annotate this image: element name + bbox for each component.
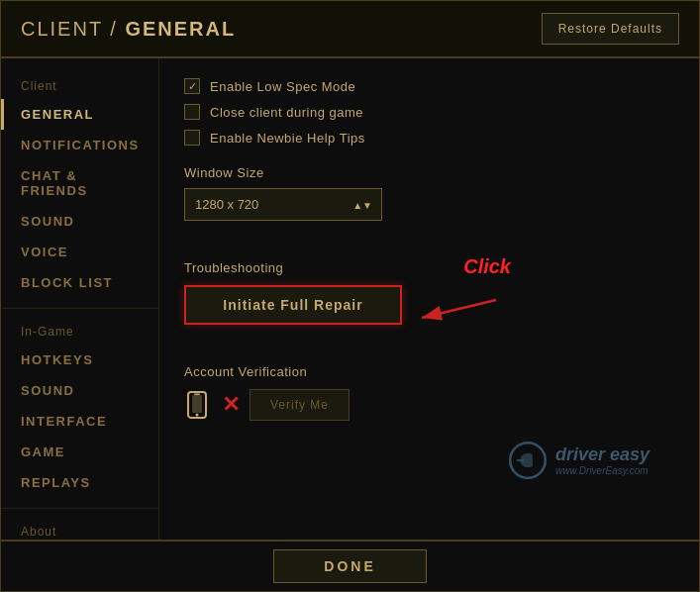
main-layout: Client GENERAL NOTIFICATIONS CHAT & FRIE…	[1, 58, 699, 540]
phone-icon	[184, 391, 212, 419]
sidebar-item-sound-ig[interactable]: SOUND	[1, 375, 158, 406]
sidebar-item-game[interactable]: GAME	[1, 437, 158, 467]
sidebar-section-ingame: In-Game	[1, 319, 158, 345]
sidebar-divider-2	[1, 508, 158, 509]
title-prefix: CLIENT /	[21, 18, 125, 40]
verify-me-button[interactable]: Verify Me	[250, 389, 350, 421]
watermark-main: driver easy	[555, 444, 650, 464]
window-size-group: Window Size 1280 x 720 1024 x 576 800 x …	[184, 165, 674, 241]
sidebar: Client GENERAL NOTIFICATIONS CHAT & FRIE…	[1, 58, 159, 540]
troubleshooting-group: Troubleshooting Initiate Full Repair Cli…	[184, 260, 674, 345]
title-bold: GENERAL	[125, 18, 236, 40]
page-title: CLIENT / GENERAL	[21, 18, 236, 41]
sidebar-item-sound[interactable]: SOUND	[1, 206, 158, 237]
window-size-select-container: 1280 x 720 1024 x 576 800 x 600 ▲▼	[184, 188, 382, 221]
checkbox-row-newbie: Enable Newbie Help Tips	[184, 130, 674, 146]
svg-rect-5	[194, 394, 200, 396]
svg-line-1	[422, 300, 496, 318]
sidebar-item-general[interactable]: GENERAL	[1, 99, 158, 130]
account-verification-group: Account Verification ✕ Verify Me	[184, 364, 674, 421]
window-size-select[interactable]: 1280 x 720 1024 x 576 800 x 600	[184, 188, 382, 221]
app-container: CLIENT / GENERAL Restore Defaults Client…	[0, 0, 700, 592]
settings-checkboxes: Enable Low Spec Mode Close client during…	[184, 78, 674, 146]
svg-rect-3	[192, 395, 202, 413]
close-client-label: Close client during game	[210, 105, 363, 120]
sidebar-section-about: About	[1, 519, 158, 540]
sidebar-divider-1	[1, 308, 158, 309]
sidebar-item-hotkeys[interactable]: HOTKEYS	[1, 345, 158, 375]
footer: DONE	[1, 540, 699, 591]
checkbox-close-client[interactable]	[184, 104, 200, 120]
checkbox-newbie[interactable]	[184, 130, 200, 146]
watermark-text: driver easy www.DriverEasy.com	[555, 444, 650, 476]
restore-defaults-button[interactable]: Restore Defaults	[542, 13, 679, 45]
header: CLIENT / GENERAL Restore Defaults	[1, 1, 699, 58]
troubleshooting-label: Troubleshooting	[184, 260, 674, 275]
checkbox-low-spec[interactable]	[184, 78, 200, 94]
sidebar-item-interface[interactable]: INTERFACE	[1, 406, 158, 437]
verify-row: ✕ Verify Me	[184, 389, 674, 421]
sidebar-item-replays[interactable]: REPLAYS	[1, 467, 158, 498]
driver-easy-logo	[508, 441, 548, 480]
x-mark-icon: ✕	[222, 392, 240, 418]
checkbox-row-low-spec: Enable Low Spec Mode	[184, 78, 674, 94]
initiate-repair-button[interactable]: Initiate Full Repair	[184, 285, 402, 325]
sidebar-item-chat-friends[interactable]: CHAT & FRIENDS	[1, 160, 158, 206]
content-area: Enable Low Spec Mode Close client during…	[159, 58, 699, 540]
svg-point-4	[196, 414, 199, 417]
done-button[interactable]: DONE	[273, 549, 426, 583]
newbie-label: Enable Newbie Help Tips	[210, 131, 365, 146]
checkbox-row-close-client: Close client during game	[184, 104, 674, 120]
window-size-label: Window Size	[184, 165, 674, 180]
watermark: driver easy www.DriverEasy.com	[184, 436, 674, 485]
sidebar-item-notifications[interactable]: NOTIFICATIONS	[1, 130, 158, 160]
sidebar-section-client: Client	[1, 73, 158, 99]
sidebar-item-block-list[interactable]: BLOCK LIST	[1, 267, 158, 298]
arrow-icon	[412, 290, 501, 330]
account-verification-label: Account Verification	[184, 364, 674, 379]
watermark-sub: www.DriverEasy.com	[555, 465, 650, 476]
low-spec-label: Enable Low Spec Mode	[210, 79, 355, 94]
click-annotation: Click	[463, 255, 511, 278]
sidebar-item-voice[interactable]: VOICE	[1, 237, 158, 267]
